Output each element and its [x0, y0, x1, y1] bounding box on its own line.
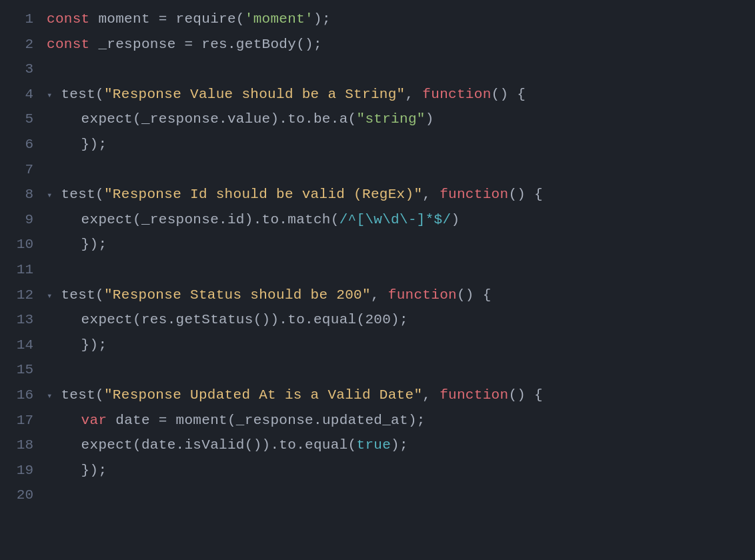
token-plain: });: [81, 463, 107, 478]
code-line: 13 expect(res.getStatus()).to.equal(200)…: [0, 307, 755, 333]
token-plain: test(: [61, 187, 104, 202]
indent: [47, 463, 81, 478]
token-plain: ): [451, 212, 460, 227]
token-plain: ,: [371, 287, 388, 303]
line-content: });: [47, 133, 755, 156]
token-plain: });: [81, 137, 107, 152]
line-content: });: [47, 233, 755, 256]
token-str-regex: /^[\w\d\-]*$/: [339, 212, 452, 227]
token-plain: ,: [422, 387, 440, 403]
token-str-string: "string": [356, 111, 425, 127]
indent: [47, 137, 81, 152]
line-content: expect(_response.id).to.match(/^[\w\d\-]…: [47, 209, 755, 231]
token-plain: ,: [422, 187, 440, 202]
code-line: 15: [0, 357, 755, 383]
token-plain: () {: [492, 87, 526, 102]
token-plain: test(: [61, 287, 104, 303]
token-test-str: "Response Value should be a String": [104, 87, 406, 102]
line-content: });: [47, 334, 755, 357]
line-number: 11: [0, 259, 47, 281]
code-line: 9 expect(_response.id).to.match(/^[\w\d\…: [0, 207, 755, 233]
token-plain: });: [81, 237, 107, 252]
indent: [47, 212, 81, 227]
code-line: 16▾ test("Response Updated At is a Valid…: [0, 383, 755, 408]
line-number: 7: [0, 159, 47, 181]
fold-arrow-icon[interactable]: ▾: [47, 391, 58, 401]
line-content: ▾ test("Response Id should be valid (Reg…: [47, 183, 755, 206]
token-plain: });: [81, 337, 107, 353]
line-content: ▾ test("Response Status should be 200", …: [47, 284, 755, 307]
code-editor: 1const moment = require('moment');2const…: [0, 0, 755, 560]
token-plain: ,: [406, 87, 423, 102]
token-plain: _response = res.getBody();: [90, 37, 322, 52]
line-number: 12: [0, 284, 47, 307]
line-content: expect(_response.value).to.be.a("string"…: [47, 108, 755, 131]
token-kw-const: const: [47, 11, 90, 27]
code-line: 20: [0, 483, 755, 508]
token-test-str: "Response Id should be valid (RegEx)": [104, 187, 422, 202]
token-plain: expect(_response.id).to.match(: [81, 212, 339, 227]
token-kw-function: function: [440, 387, 508, 403]
token-kw-function: function: [422, 87, 491, 102]
token-plain: test(: [61, 387, 104, 403]
code-line: 12▾ test("Response Status should be 200"…: [0, 283, 755, 308]
line-number: 5: [0, 108, 47, 131]
code-line: 2const _response = res.getBody();: [0, 32, 755, 57]
line-content: expect(res.getStatus()).to.equal(200);: [47, 309, 755, 331]
token-kw-true: true: [356, 437, 391, 453]
line-number: 3: [0, 58, 47, 81]
token-plain: );: [313, 11, 331, 27]
indent: [47, 337, 81, 353]
fold-arrow-icon[interactable]: ▾: [47, 291, 58, 301]
line-number: 14: [0, 334, 47, 357]
line-number: 1: [0, 8, 47, 31]
token-plain: );: [391, 437, 408, 453]
token-plain: expect(_response.value).to.be.a(: [81, 111, 357, 127]
token-str-string: 'moment': [245, 11, 313, 27]
line-number: 13: [0, 309, 47, 331]
token-plain: date = moment(_response.updated_at);: [107, 413, 425, 428]
line-content: ▾ test("Response Updated At is a Valid D…: [47, 384, 755, 407]
line-content: });: [47, 459, 755, 482]
line-number: 15: [0, 359, 47, 381]
token-plain: expect(res.getStatus()).to.equal(200);: [81, 312, 408, 327]
token-plain: test(: [61, 87, 104, 102]
token-kw-const: const: [47, 37, 90, 52]
line-number: 4: [0, 83, 47, 106]
line-number: 9: [0, 209, 47, 231]
line-content: var date = moment(_response.updated_at);: [47, 409, 755, 432]
line-number: 10: [0, 233, 47, 256]
line-content: const moment = require('moment');: [47, 8, 755, 31]
token-plain: expect(date.isValid()).to.equal(: [81, 437, 357, 453]
code-line: 1const moment = require('moment');: [0, 7, 755, 32]
token-kw-const: var: [81, 413, 107, 428]
token-test-str: "Response Status should be 200": [104, 287, 371, 303]
token-kw-function: function: [440, 187, 508, 202]
token-plain: () {: [508, 387, 543, 403]
code-line: 7: [0, 157, 755, 183]
line-number: 2: [0, 33, 47, 56]
line-number: 19: [0, 459, 47, 482]
line-number: 16: [0, 384, 47, 407]
indent: [47, 413, 81, 428]
code-line: 10 });: [0, 232, 755, 257]
code-line: 17 var date = moment(_response.updated_a…: [0, 408, 755, 433]
indent: [47, 237, 81, 252]
code-line: 18 expect(date.isValid()).to.equal(true)…: [0, 433, 755, 458]
token-plain: ): [426, 111, 434, 127]
indent: [47, 312, 81, 327]
token-kw-function: function: [388, 287, 457, 303]
code-line: 4▾ test("Response Value should be a Stri…: [0, 82, 755, 107]
line-number: 17: [0, 409, 47, 432]
fold-arrow-icon[interactable]: ▾: [47, 90, 58, 101]
indent: [47, 111, 81, 127]
code-line: 6 });: [0, 132, 755, 157]
code-line: 19 });: [0, 458, 755, 483]
line-number: 18: [0, 434, 47, 457]
fold-arrow-icon[interactable]: ▾: [47, 190, 58, 201]
line-number: 8: [0, 183, 47, 206]
token-plain: () {: [508, 187, 543, 202]
token-plain: () {: [457, 287, 492, 303]
code-line: 3: [0, 57, 755, 82]
line-number: 20: [0, 484, 47, 507]
